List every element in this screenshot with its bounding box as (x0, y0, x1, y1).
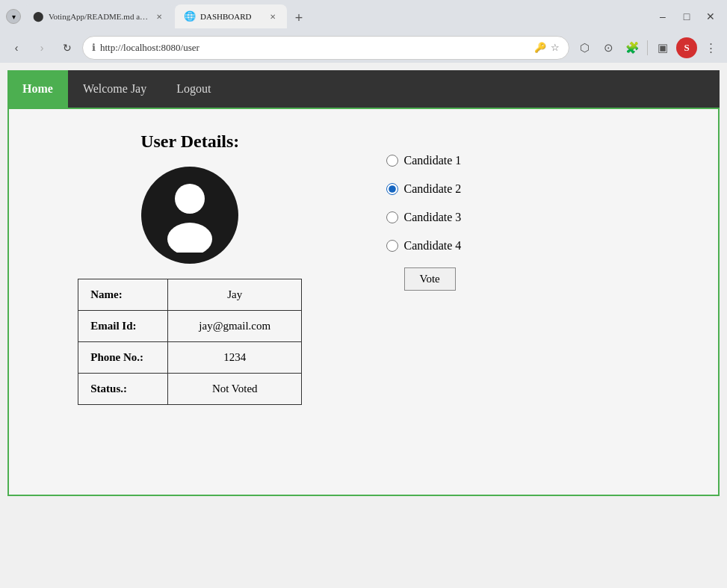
app-wrapper: Home Welcome Jay Logout User Details: (0, 63, 727, 504)
nav-welcome-label: Welcome Jay (68, 70, 161, 108)
candidate-1-label: Candidate 1 (404, 154, 462, 167)
address-bar: ‹ › ↻ ℹ http://localhost:8080/user 🔑 ☆ ⬡… (0, 33, 727, 63)
close-button[interactable]: ✕ (700, 6, 721, 27)
tab-github-label: VotingApp/README.md at mas (49, 12, 150, 21)
candidate-3-radio[interactable] (386, 211, 398, 223)
tab-dropdown-button[interactable]: ▾ (6, 9, 21, 24)
bookmark-icon[interactable]: ☆ (551, 42, 560, 54)
secure-icon: ℹ (92, 42, 96, 54)
candidate-3-label: Candidate 3 (404, 211, 462, 224)
table-row-email: Email Id: jay@gmail.com (78, 311, 302, 342)
phone-label: Phone No.: (78, 342, 168, 374)
tab-bar: ⬤ VotingApp/README.md at mas ✕ 🌐 DASHBOA… (24, 4, 649, 28)
name-value: Jay (168, 279, 302, 311)
puzzle-button[interactable]: 🧩 (622, 37, 643, 58)
vote-button[interactable]: Vote (404, 267, 456, 291)
reload-button[interactable]: ↻ (57, 37, 78, 58)
avatar-container (39, 167, 341, 264)
browser-chrome: ▾ ⬤ VotingApp/README.md at mas ✕ 🌐 DASHB… (0, 0, 727, 63)
candidate-1-option[interactable]: Candidate 1 (386, 154, 689, 167)
tab-github[interactable]: ⬤ VotingApp/README.md at mas ✕ (24, 4, 173, 28)
back-button[interactable]: ‹ (6, 37, 27, 58)
candidate-1-radio[interactable] (386, 155, 398, 167)
nav-logout-link[interactable]: Logout (161, 70, 226, 108)
toolbar-divider (647, 40, 648, 55)
table-row-name: Name: Jay (78, 279, 302, 311)
candidate-4-radio[interactable] (386, 240, 398, 252)
candidate-2-label: Candidate 2 (404, 182, 462, 196)
candidate-2-radio[interactable] (386, 183, 398, 195)
sidebar-button[interactable]: ▣ (652, 37, 673, 58)
password-icon: 🔑 (534, 42, 546, 54)
window-controls: – □ ✕ (652, 6, 721, 27)
user-details-title: User Details: (39, 131, 341, 152)
candidate-3-option[interactable]: Candidate 3 (386, 211, 689, 224)
email-label: Email Id: (78, 311, 168, 342)
url-text: http://localhost:8080/user (100, 42, 530, 54)
name-label: Name: (78, 279, 168, 311)
github-icon: ⬤ (33, 10, 44, 22)
avatar (141, 167, 238, 264)
url-bar[interactable]: ℹ http://localhost:8080/user 🔑 ☆ (82, 36, 569, 60)
user-info-table: Name: Jay Email Id: jay@gmail.com Phone … (78, 279, 302, 405)
candidate-4-label: Candidate 4 (404, 239, 462, 253)
navbar: Home Welcome Jay Logout (7, 70, 720, 108)
candidate-4-option[interactable]: Candidate 4 (386, 239, 689, 253)
svg-point-0 (175, 184, 205, 214)
globe-icon: 🌐 (184, 10, 196, 22)
profile-button[interactable]: S (676, 37, 697, 58)
tab-dashboard-close-icon[interactable]: ✕ (267, 11, 278, 22)
extensions-button[interactable]: ⬡ (574, 37, 595, 58)
table-row-phone: Phone No.: 1234 (78, 342, 302, 374)
minimize-button[interactable]: – (652, 6, 673, 27)
tab-github-close-icon[interactable]: ✕ (155, 11, 164, 22)
phone-value: 1234 (168, 342, 302, 374)
table-row-status: Status.: Not Voted (78, 374, 302, 405)
avatar-svg (156, 178, 223, 253)
main-content: User Details: Name: Jay (7, 108, 720, 496)
url-icons: 🔑 ☆ (534, 42, 560, 54)
download-button[interactable]: ⊙ (598, 37, 619, 58)
forward-button[interactable]: › (31, 37, 52, 58)
title-bar: ▾ ⬤ VotingApp/README.md at mas ✕ 🌐 DASHB… (0, 0, 727, 33)
svg-point-1 (167, 223, 212, 253)
browser-action-icons: ⬡ ⊙ 🧩 ▣ S ⋮ (574, 37, 721, 58)
status-value: Not Voted (168, 374, 302, 405)
status-label: Status.: (78, 374, 168, 405)
candidate-2-option[interactable]: Candidate 2 (386, 182, 689, 196)
maximize-button[interactable]: □ (676, 6, 697, 27)
new-tab-button[interactable]: + (288, 7, 309, 28)
user-details-section: User Details: Name: Jay (39, 131, 341, 405)
menu-button[interactable]: ⋮ (700, 37, 721, 58)
email-value: jay@gmail.com (168, 311, 302, 342)
tab-dashboard[interactable]: 🌐 DASHBOARD ✕ (175, 4, 287, 28)
voting-section: Candidate 1 Candidate 2 Candidate 3 Cand… (386, 131, 689, 291)
tab-dashboard-label: DASHBOARD (200, 12, 251, 21)
nav-home-link[interactable]: Home (7, 70, 68, 108)
